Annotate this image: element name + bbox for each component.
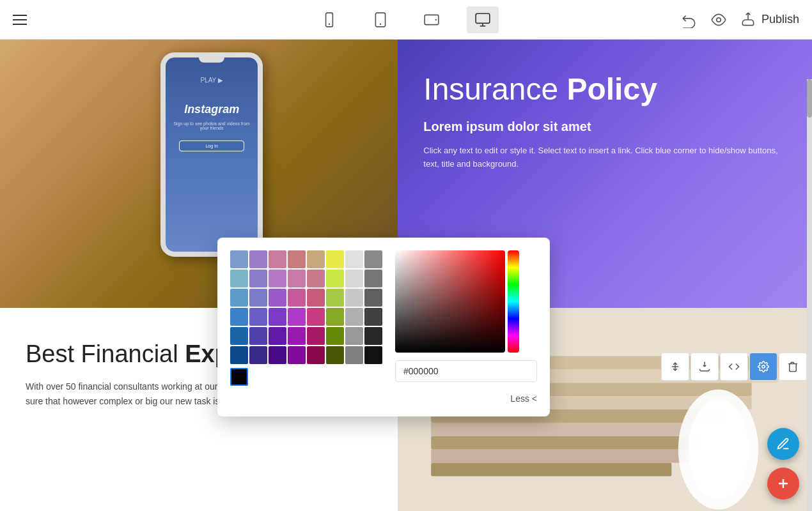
swatch-10[interactable]: [249, 270, 267, 287]
swatch-46[interactable]: [326, 346, 344, 364]
swatch-5[interactable]: [307, 250, 325, 268]
swatch-29[interactable]: [307, 308, 325, 326]
color-swatches-grid: [230, 250, 382, 364]
swatch-31[interactable]: [345, 308, 363, 326]
svg-point-21: [689, 399, 749, 500]
scrollbar[interactable]: [807, 79, 812, 511]
undo-button[interactable]: [681, 11, 698, 28]
swatch-17[interactable]: [230, 289, 248, 307]
swatch-20[interactable]: [288, 289, 306, 307]
swatch-6[interactable]: [326, 250, 344, 268]
svg-rect-6: [476, 13, 490, 23]
swatch-11[interactable]: [269, 270, 286, 287]
toolbar-delete-btn[interactable]: [779, 353, 807, 381]
less-label: Less <: [510, 393, 537, 404]
right-toolbar: [661, 353, 807, 381]
swatch-14[interactable]: [326, 270, 344, 287]
swatch-36[interactable]: [288, 327, 306, 345]
toolbar-move-btn[interactable]: [661, 353, 689, 381]
swatch-3[interactable]: [269, 250, 286, 268]
swatch-38[interactable]: [326, 327, 344, 345]
swatch-35[interactable]: [269, 327, 286, 345]
swatch-15[interactable]: [345, 270, 363, 287]
color-gradient-area: #000000: [395, 250, 537, 382]
instagram-subtext: Sign up to see photos and videos from yo…: [171, 121, 253, 130]
swatch-43[interactable]: [269, 346, 286, 364]
device-mobile-button[interactable]: [313, 6, 345, 33]
swatch-19[interactable]: [269, 289, 286, 307]
swatch-44[interactable]: [288, 346, 306, 364]
swatch-8[interactable]: [364, 250, 382, 268]
fab-add-button[interactable]: [767, 468, 799, 500]
color-picker-inner: #000000: [230, 250, 537, 386]
device-tablet-button[interactable]: [364, 6, 396, 33]
toolbar-settings-btn[interactable]: [749, 353, 777, 381]
swatch-27[interactable]: [269, 308, 286, 326]
hero-subtitle: Lorem ipsum dolor sit amet: [423, 119, 786, 134]
swatch-28[interactable]: [288, 308, 306, 326]
hero-body: Click any text to edit or style it. Sele…: [423, 144, 786, 171]
swatch-7[interactable]: [345, 250, 363, 268]
hero-title-bold: Policy: [566, 72, 657, 106]
swatch-30[interactable]: [326, 308, 344, 326]
color-gradient-canvas[interactable]: [395, 250, 505, 353]
toolbar-code-btn[interactable]: [720, 353, 748, 381]
swatch-23[interactable]: [345, 289, 363, 307]
swatch-45[interactable]: [307, 346, 325, 364]
toolbar-download-btn[interactable]: [691, 353, 719, 381]
hero-title: Insurance Policy: [423, 72, 786, 107]
swatch-42[interactable]: [249, 346, 267, 364]
swatch-12[interactable]: [288, 270, 306, 287]
swatch-9[interactable]: [230, 270, 248, 287]
svg-rect-19: [432, 450, 699, 463]
swatch-33[interactable]: [230, 327, 248, 345]
swatch-32[interactable]: [364, 308, 382, 326]
hero-title-regular: Insurance: [423, 72, 566, 106]
swatch-37[interactable]: [307, 327, 325, 345]
instagram-text: Instagram: [184, 103, 239, 116]
swatch-1[interactable]: [230, 250, 248, 268]
swatch-13[interactable]: [307, 270, 325, 287]
color-hex-input[interactable]: #000000: [395, 360, 537, 382]
swatch-48[interactable]: [364, 346, 382, 364]
topbar: Publish: [0, 0, 812, 40]
phone-body: PLAY ▶ Instagram Sign up to see photos a…: [160, 52, 263, 257]
swatch-4[interactable]: [288, 250, 306, 268]
swatch-34[interactable]: [249, 327, 267, 345]
svg-rect-14: [432, 436, 699, 450]
menu-button[interactable]: [13, 15, 27, 25]
swatch-18[interactable]: [249, 289, 267, 307]
svg-point-9: [717, 17, 721, 22]
color-picker-popup: #000000 Less <: [217, 238, 550, 416]
color-picker-footer: Less <: [230, 393, 537, 404]
swatch-47[interactable]: [345, 346, 363, 364]
phone-login-btn: Log In: [179, 141, 244, 151]
section-heading-regular: Best Financial: [26, 340, 185, 367]
svg-rect-15: [432, 463, 672, 477]
hue-slider[interactable]: [508, 250, 519, 353]
svg-point-24: [762, 365, 765, 369]
swatch-39[interactable]: [345, 327, 363, 345]
swatch-24[interactable]: [364, 289, 382, 307]
color-swatches-area: [230, 250, 382, 386]
main-content: PLAY ▶ Instagram Sign up to see photos a…: [0, 40, 812, 511]
publish-button[interactable]: Publish: [740, 11, 799, 28]
swatch-26[interactable]: [249, 308, 267, 326]
preview-button[interactable]: [710, 11, 727, 28]
swatch-black-selected[interactable]: [230, 368, 248, 386]
swatch-40[interactable]: [364, 327, 382, 345]
swatch-25[interactable]: [230, 308, 248, 326]
swatch-41[interactable]: [230, 346, 248, 364]
swatch-2[interactable]: [249, 250, 267, 268]
publish-label: Publish: [761, 13, 799, 26]
device-desktop-button[interactable]: [467, 6, 499, 33]
swatch-16[interactable]: [364, 270, 382, 287]
swatch-22[interactable]: [326, 289, 344, 307]
fab-pencil-button[interactable]: [767, 428, 799, 460]
device-tablet-landscape-button[interactable]: [416, 6, 448, 33]
swatch-21[interactable]: [307, 289, 325, 307]
less-button[interactable]: Less <: [510, 393, 537, 404]
color-gradient-wrapper: [395, 250, 537, 353]
scrollbar-thumb[interactable]: [807, 79, 812, 118]
phone-screen: PLAY ▶ Instagram Sign up to see photos a…: [166, 57, 258, 252]
